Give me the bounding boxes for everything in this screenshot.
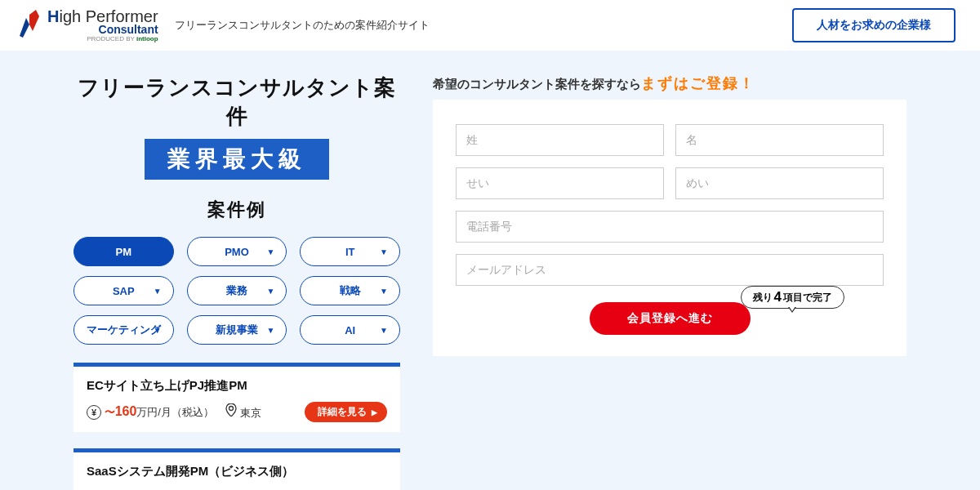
firstkana-input[interactable] [675,167,884,199]
category-grid: PMPMO▼IT▼SAP▼業務▼戦略▼マーケティング▼新規事業▼AI▼ [74,237,400,345]
lastkana-input[interactable] [456,167,664,199]
tagline: フリーランスコンサルタントのための案件紹介サイト [175,18,430,33]
category-pm[interactable]: PM [74,237,174,266]
right-column: 希望のコンサルタント案件を探すならまずはご登録！ [433,74,906,356]
site-logo[interactable]: High Performer Consultant PRODUCED BY in… [16,8,158,42]
site-header: High Performer Consultant PRODUCED BY in… [0,0,980,51]
job-list: ECサイト立ち上げPJ推進PM¥ 〜160万円/月（税込） 東京詳細を見る▶Sa… [74,363,400,490]
chevron-down-icon: ▼ [380,287,388,296]
job-title: SaaSシステム開発PM（ビジネス側） [87,464,387,479]
logo-text: High Performer Consultant PRODUCED BY in… [47,8,158,42]
job-card: ECサイト立ち上げPJ推進PM¥ 〜160万円/月（税込） 東京詳細を見る▶ [74,363,400,432]
job-detail-button[interactable]: 詳細を見る▶ [305,402,387,422]
category-pmo[interactable]: PMO▼ [187,237,287,266]
category-ai[interactable]: AI▼ [300,315,400,345]
category-マーケティング[interactable]: マーケティング▼ [74,315,174,345]
chevron-down-icon: ▼ [154,326,162,335]
logo-mark-icon [16,10,41,41]
pin-icon [225,403,237,416]
register-submit-button[interactable]: 会員登録へ進む [590,302,751,335]
category-sap[interactable]: SAP▼ [74,276,174,305]
register-form: 残り 4 項目で完了 会員登録へ進む [433,100,906,356]
hero-title: フリーランスコンサルタント案件 [74,74,400,131]
category-戦略[interactable]: 戦略▼ [300,276,400,305]
chevron-down-icon: ▼ [380,326,388,335]
chevron-down-icon: ▼ [380,247,388,256]
hero-badge: 業界最大級 [145,139,329,180]
chevron-down-icon: ▼ [266,247,274,256]
chevron-down-icon: ▼ [266,287,274,296]
email-input[interactable] [456,254,884,286]
triangle-right-icon: ▶ [372,408,377,416]
chevron-down-icon: ▼ [154,287,162,296]
job-card: SaaSシステム開発PM（ビジネス側） [74,448,400,490]
logo-wrap: High Performer Consultant PRODUCED BY in… [16,8,430,42]
yen-icon: ¥ [87,405,101,420]
hero-section: フリーランスコンサルタント案件 業界最大級 案件例 PMPMO▼IT▼SAP▼業… [0,51,980,490]
left-column: フリーランスコンサルタント案件 業界最大級 案件例 PMPMO▼IT▼SAP▼業… [74,74,400,490]
register-lead: 希望のコンサルタント案件を探すならまずはご登録！ [433,74,906,93]
lastname-input[interactable] [456,124,664,156]
examples-heading: 案件例 [74,198,400,222]
phone-input[interactable] [456,211,884,243]
progress-bubble: 残り 4 項目で完了 [741,286,844,309]
category-業務[interactable]: 業務▼ [187,276,287,305]
job-info: ¥ 〜160万円/月（税込） 東京 [87,403,261,421]
firstname-input[interactable] [675,124,884,156]
job-title: ECサイト立ち上げPJ推進PM [87,378,387,394]
category-it[interactable]: IT▼ [300,237,400,266]
corporate-button[interactable]: 人材をお求めの企業様 [792,8,956,42]
category-新規事業[interactable]: 新規事業▼ [187,315,287,345]
chevron-down-icon: ▼ [266,326,274,335]
